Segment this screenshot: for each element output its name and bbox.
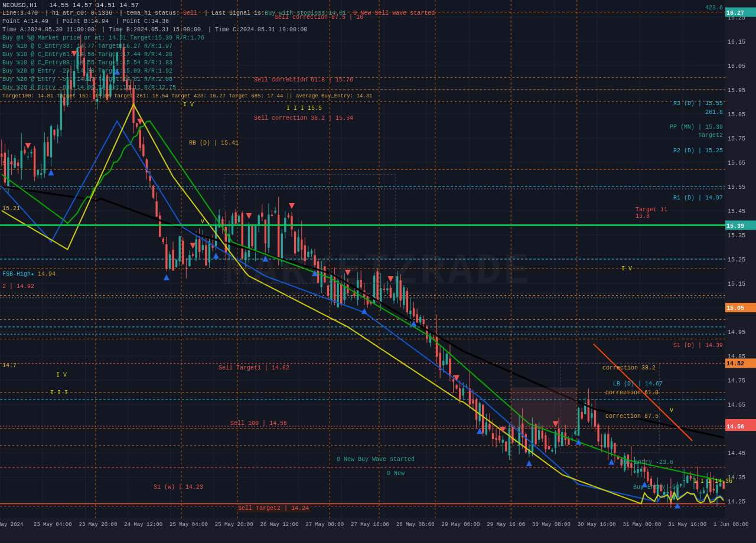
main-chart	[0, 0, 756, 543]
chart-container: MARKETZRADE NEOUSD,H1 14.55 14.57 14.51 …	[0, 0, 756, 543]
